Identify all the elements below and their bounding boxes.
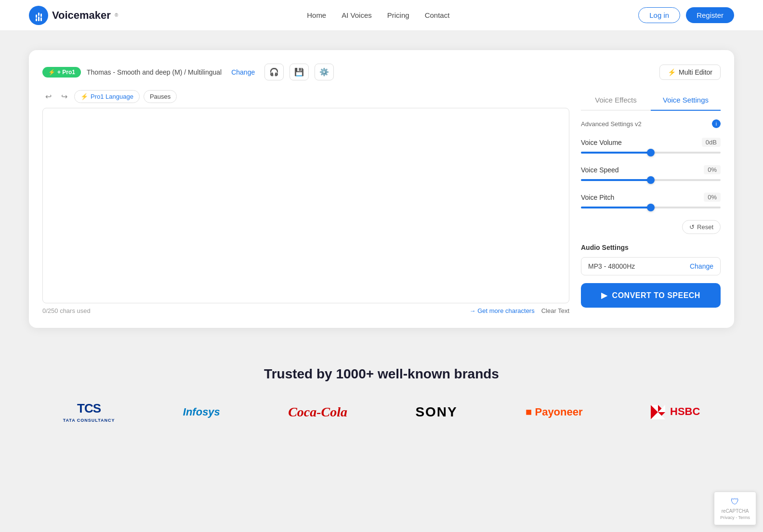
clear-text-link[interactable]: Clear Text	[541, 307, 569, 314]
svg-rect-5	[40, 17, 42, 21]
voice-volume-track	[581, 152, 721, 154]
reset-icon: ↺	[689, 223, 695, 231]
voice-pitch-group: Voice Pitch 0%	[581, 193, 721, 208]
editor-card: ⚡ + Pro1 Thomas - Smooth and deep (M) / …	[29, 50, 734, 328]
change-voice-button[interactable]: Change	[227, 66, 259, 78]
audio-settings-label: Audio Settings	[581, 244, 721, 251]
recaptcha-widget: 🛡 reCAPTCHA Privacy - Terms	[714, 492, 756, 525]
voice-volume-group: Voice Volume 0dB	[581, 138, 721, 154]
top-bar-right: ⚡ Multi Editor	[659, 65, 721, 80]
headphones-button[interactable]: 🎧	[264, 64, 284, 80]
multi-editor-button[interactable]: ⚡ Multi Editor	[659, 65, 721, 80]
voice-volume-thumb[interactable]	[647, 149, 655, 156]
brands-row: TCS TATA CONSULTANCY Infosys Coca-Cola S…	[29, 401, 734, 423]
voice-speed-thumb[interactable]	[647, 176, 655, 184]
voice-speed-label: Voice Speed	[581, 166, 619, 174]
pro1-badge: ⚡ + Pro1	[42, 67, 81, 78]
convert-to-speech-button[interactable]: ▶ CONVERT TO SPEECH	[581, 283, 721, 308]
pro1-language-button[interactable]: ⚡ Pro1 Language	[74, 90, 140, 103]
audio-change-button[interactable]: Change	[690, 262, 713, 270]
voice-speed-fill	[581, 179, 651, 181]
pro1-lang-icon: ⚡	[80, 93, 88, 100]
settings-tabs: Voice Effects Voice Settings	[581, 90, 721, 111]
brands-title: Trusted by 1000+ well-known brands	[29, 366, 734, 382]
voice-speed-group: Voice Speed 0%	[581, 165, 721, 181]
nav-actions: Log in Register	[638, 7, 734, 23]
audio-settings-section: Audio Settings MP3 - 48000Hz Change	[581, 244, 721, 275]
svg-rect-4	[38, 13, 39, 16]
brand-tcs: TCS TATA CONSULTANCY	[63, 401, 115, 423]
brand-infosys: Infosys	[183, 406, 220, 418]
reset-button[interactable]: ↺ Reset	[682, 220, 721, 234]
advanced-settings-header: Advanced Settings v2 i	[581, 119, 721, 128]
voice-pitch-label: Voice Pitch	[581, 194, 614, 201]
nav-contact[interactable]: Contact	[425, 11, 450, 19]
voice-name: Thomas - Smooth and deep (M) / Multiling…	[87, 68, 222, 76]
editor-layout: ↩ ↪ ⚡ Pro1 Language Pauses 0/250 chars u…	[42, 90, 721, 314]
recaptcha-icon: 🛡	[731, 497, 739, 507]
brand-hsbc: HSBC	[651, 405, 700, 419]
voice-volume-value: 0dB	[702, 138, 721, 147]
gear-icon: ⚙️	[319, 67, 329, 77]
register-button[interactable]: Register	[686, 7, 734, 23]
nav-home[interactable]: Home	[307, 11, 326, 19]
voice-speed-track	[581, 179, 721, 181]
top-bar-left: ⚡ + Pro1 Thomas - Smooth and deep (M) / …	[42, 64, 334, 80]
brand-coca-cola: Coca-Cola	[288, 404, 347, 420]
voice-pitch-thumb[interactable]	[647, 204, 655, 211]
text-input[interactable]	[43, 108, 569, 301]
text-editor-panel: ↩ ↪ ⚡ Pro1 Language Pauses 0/250 chars u…	[42, 90, 569, 314]
nav-ai-voices[interactable]: AI Voices	[342, 11, 372, 19]
logo: Voicemaker®	[29, 6, 118, 25]
audio-format-text: MP3 - 48000Hz	[588, 262, 635, 270]
save-button[interactable]: 💾	[289, 64, 309, 80]
undo-button[interactable]: ↩	[42, 90, 54, 103]
top-bar: ⚡ + Pro1 Thomas - Smooth and deep (M) / …	[42, 64, 721, 80]
headphones-icon: 🎧	[269, 67, 279, 77]
brands-section: Trusted by 1000+ well-known brands TCS T…	[0, 347, 763, 452]
save-icon: 💾	[294, 67, 304, 77]
chars-used: 0/250 chars used	[42, 307, 91, 314]
audio-format-row: MP3 - 48000Hz Change	[581, 257, 721, 275]
get-more-characters-link[interactable]: → Get more characters	[470, 307, 535, 314]
logo-text: Voicemaker	[52, 9, 111, 22]
layers-icon: ⚡	[668, 68, 676, 76]
settings-button[interactable]: ⚙️	[315, 64, 334, 80]
info-icon[interactable]: i	[712, 119, 721, 128]
pauses-button[interactable]: Pauses	[144, 90, 177, 103]
login-button[interactable]: Log in	[638, 7, 680, 23]
advanced-settings-label: Advanced Settings v2	[581, 120, 642, 128]
main-area: ⚡ + Pro1 Thomas - Smooth and deep (M) / …	[0, 31, 763, 347]
header: Voicemaker® Home AI Voices Pricing Conta…	[0, 0, 763, 31]
redo-button[interactable]: ↪	[58, 90, 70, 103]
voice-pitch-track	[581, 207, 721, 208]
svg-rect-2	[36, 14, 37, 18]
svg-rect-1	[36, 18, 37, 21]
voice-volume-label: Voice Volume	[581, 139, 622, 146]
voice-speed-value: 0%	[704, 165, 721, 174]
text-area-wrapper	[42, 108, 569, 303]
nav-pricing[interactable]: Pricing	[387, 11, 409, 19]
tab-voice-settings[interactable]: Voice Settings	[651, 90, 721, 111]
voice-pitch-value: 0%	[704, 193, 721, 202]
settings-panel: Voice Effects Voice Settings Advanced Se…	[581, 90, 721, 314]
tab-voice-effects[interactable]: Voice Effects	[581, 90, 651, 111]
recaptcha-label: reCAPTCHA	[722, 508, 749, 514]
voice-volume-fill	[581, 152, 651, 154]
voice-pitch-fill	[581, 207, 651, 208]
lightning-icon: ⚡	[48, 69, 55, 76]
nav: Home AI Voices Pricing Contact	[307, 11, 449, 19]
editor-footer-right: → Get more characters Clear Text	[470, 307, 569, 314]
reset-section: ↺ Reset	[581, 220, 721, 234]
recaptcha-links: Privacy - Terms	[720, 515, 750, 520]
play-icon: ▶	[601, 291, 607, 300]
logo-icon	[29, 6, 48, 25]
brand-payoneer: ■ Payoneer	[526, 406, 582, 418]
svg-rect-3	[38, 16, 39, 21]
svg-rect-6	[40, 13, 42, 17]
editor-toolbar: ↩ ↪ ⚡ Pro1 Language Pauses	[42, 90, 569, 103]
brand-sony: SONY	[415, 404, 457, 420]
editor-footer: 0/250 chars used → Get more characters C…	[42, 307, 569, 314]
